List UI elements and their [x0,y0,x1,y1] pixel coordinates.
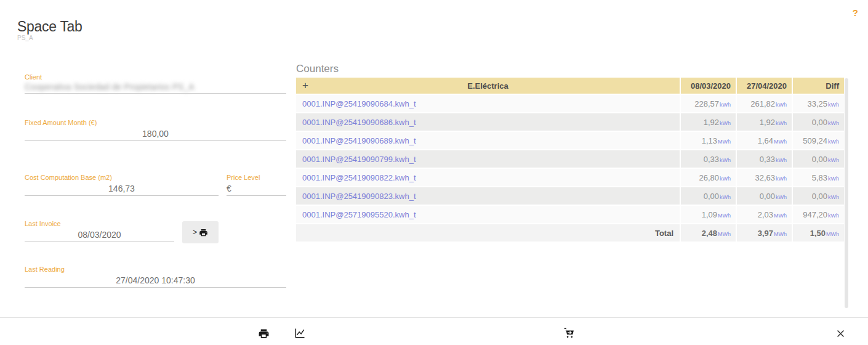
last-invoice-label: Last Invoice [25,220,61,227]
reading-value: 0,00 [760,192,775,201]
client-underline [25,93,286,94]
reading-unit: kWh [776,157,787,163]
diff-value: 509,24 [803,136,827,145]
diff-value: 947,20 [803,210,827,219]
page-subtitle: PS_A [17,34,33,41]
total-diff-value: 1,50 [810,229,826,238]
total-unit: MWh [774,231,787,237]
client-value-redacted[interactable]: Cooperativa Sociedad de Propietarios PS_… [25,82,246,92]
reading-unit: MWh [718,213,731,219]
diff-value: 0,00 [812,192,827,201]
table-row: 0001.INP@25419090822.kwh_t 26,80kWh 32,6… [296,169,844,186]
diff-unit: kWh [828,194,839,200]
reading-unit: kWh [720,157,731,163]
shopping-cart-arrow-icon[interactable] [563,327,576,340]
print-invoice-button[interactable]: > [182,221,219,243]
diff-value: 0,00 [812,118,827,127]
reading-value: 1,09 [702,210,717,219]
counters-title: Counters [296,63,339,75]
reading-value: 0,33 [760,155,775,164]
footer-divider [0,317,868,318]
fixed-amount-label: Fixed Amount Month (€) [25,119,97,126]
reading-value: 2,03 [758,210,773,219]
price-level-label: Price Level [227,174,260,181]
reading-value: 1,13 [702,136,717,145]
table-row: 0001.INP@25419090686.kwh_t 1,92kWh 1,92k… [296,113,844,131]
add-counter-button[interactable]: + [302,79,308,92]
table-total-row: Total 2,48MWh 3,97MWh 1,50MWh [296,224,844,242]
close-icon[interactable] [834,327,847,340]
counter-link[interactable]: 0001.INP@25419090686.kwh_t [302,118,416,127]
reading-value: 0,33 [704,155,719,164]
reading-unit: kWh [776,176,787,182]
total-unit: MWh [718,231,731,237]
cost-base-label: Cost Computation Base (m2) [25,174,112,181]
header-label-date2: 27/04/2020 [747,81,787,91]
last-invoice-value[interactable]: 08/03/2020 [25,230,174,240]
header-label-date1: 08/03/2020 [691,81,731,91]
table-row: 0001.INP@25419090799.kwh_t 0,33kWh 0,33k… [296,150,844,168]
diff-unit: kWh [828,120,839,126]
header-cell-diff: Diff [793,78,844,94]
reading-unit: kWh [720,102,731,108]
last-reading-label: Last Reading [25,266,65,273]
reading-unit: kWh [776,120,787,126]
reading-unit: kWh [776,102,787,108]
reading-value: 1,92 [704,118,719,127]
reading-unit: kWh [720,176,731,182]
diff-value: 5,83 [812,173,827,182]
reading-unit: MWh [774,213,787,219]
reading-value: 0,00 [704,192,719,201]
reading-value: 261,82 [750,99,775,108]
header-cell-name: + E.Eléctrica [296,78,680,94]
diff-value: 0,00 [812,155,827,164]
reading-value: 228,57 [694,99,719,108]
diff-value: 33,25 [807,99,827,108]
counter-link[interactable]: 0001.INP@25419090689.kwh_t [302,136,416,145]
table-row: 0001.INP@25419090684.kwh_t 228,57kWh 261… [296,95,844,112]
reading-value: 26,80 [699,173,719,182]
reading-unit: MWh [774,139,787,145]
last-reading-value[interactable]: 27/04/2020 10:47:30 [25,275,286,285]
help-icon[interactable]: ? [853,7,858,18]
reading-unit: kWh [720,120,731,126]
total-diff-unit: MWh [826,231,839,237]
reading-value: 1,64 [758,136,773,145]
line-chart-icon[interactable] [293,327,307,340]
diff-unit: kWh [828,157,839,163]
counter-link[interactable]: 0001.INP@25419090823.kwh_t [302,192,416,201]
fixed-amount-value[interactable]: 180,00 [25,129,286,139]
print-icon[interactable] [257,327,270,340]
total-value: 3,97 [758,229,773,238]
counter-link[interactable]: 0001.INP@25419090684.kwh_t [302,99,416,108]
print-icon [198,227,208,237]
table-row: 0001.INP@25419090823.kwh_t 0,00kWh 0,00k… [296,187,844,205]
reading-unit: kWh [720,194,731,200]
counter-link[interactable]: 0001.INP@25419090822.kwh_t [302,173,416,182]
total-value: 2,48 [702,229,717,238]
reading-unit: kWh [776,194,787,200]
diff-unit: kWh [828,176,839,182]
reading-value: 1,92 [760,118,775,127]
table-row: 0001.INP@25419090689.kwh_t 1,13MWh 1,64M… [296,132,844,149]
header-label-diff: Diff [826,81,839,91]
counter-link[interactable]: 0001.INP@25719095520.kwh_t [302,210,416,219]
last-invoice-underline [25,242,174,242]
counter-link[interactable]: 0001.INP@25419090799.kwh_t [302,155,416,164]
reading-value: 32,63 [755,173,775,182]
header-label-electrica: E.Eléctrica [467,81,508,91]
reading-unit: MWh [718,139,731,145]
print-invoice-prefix: > [193,228,197,237]
counters-table-header: + E.Eléctrica 08/03/2020 27/04/2020 Diff [296,78,844,94]
table-scrollbar[interactable] [845,78,848,308]
diff-unit: kWh [828,139,839,145]
table-row: 0001.INP@25719095520.kwh_t 1,09MWh 2,03M… [296,206,844,223]
header-cell-date2: 27/04/2020 [737,78,792,94]
fixed-amount-underline [25,140,286,141]
page-title: Space Tab [17,18,82,35]
price-level-value[interactable]: € [227,184,231,193]
last-reading-underline [25,287,286,288]
cost-base-underline [25,195,219,196]
cost-base-value[interactable]: 146,73 [25,184,219,193]
header-cell-date1: 08/03/2020 [681,78,736,94]
